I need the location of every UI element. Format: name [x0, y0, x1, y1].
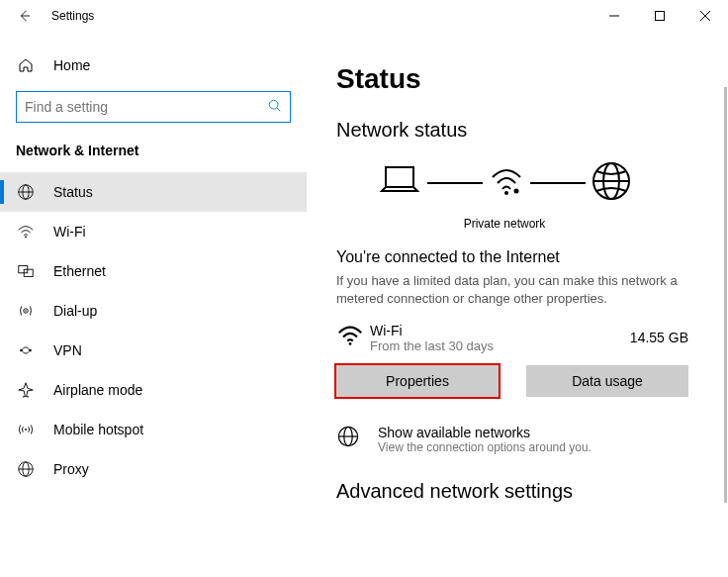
data-usage-button[interactable]: Data usage [526, 365, 688, 397]
svg-point-22 [514, 189, 519, 194]
proxy-icon [16, 460, 36, 478]
sidebar-home[interactable]: Home [0, 49, 307, 81]
wifi-usage-value: 14.55 GB [630, 330, 688, 345]
sidebar-item-vpn[interactable]: VPN [0, 331, 307, 370]
dialup-icon [16, 302, 36, 320]
globe-small-icon [336, 425, 360, 454]
advanced-heading: Advanced network settings [336, 480, 728, 503]
sidebar-item-label: Mobile hotspot [53, 422, 143, 437]
close-button[interactable] [682, 0, 728, 32]
main-content: Status Network status Private network Yo… [307, 32, 728, 577]
minimize-button[interactable] [592, 0, 637, 32]
show-networks-title: Show available networks [378, 425, 592, 440]
svg-point-16 [25, 429, 27, 431]
wifi-name: Wi-Fi [370, 323, 630, 338]
sidebar-item-label: Dial-up [53, 303, 97, 319]
svg-point-9 [25, 237, 27, 239]
search-field[interactable] [25, 99, 268, 115]
scrollbar[interactable] [724, 87, 727, 503]
globe-icon [590, 159, 633, 207]
network-status-heading: Network status [336, 119, 728, 142]
search-icon [268, 99, 282, 116]
ethernet-icon [16, 262, 36, 280]
network-diagram [336, 159, 673, 207]
laptop-icon [376, 161, 423, 205]
vpn-icon [16, 341, 36, 359]
back-icon[interactable] [14, 9, 34, 23]
sidebar-item-label: Airplane mode [53, 382, 142, 398]
sidebar-item-label: Proxy [53, 461, 89, 477]
connector-line [530, 182, 586, 184]
maximize-button[interactable] [637, 0, 682, 32]
wifi-usage-row: Wi-Fi From the last 30 days 14.55 GB [336, 322, 688, 353]
properties-button[interactable]: Properties [336, 365, 499, 397]
sidebar-item-label: Wi-Fi [53, 224, 86, 240]
sidebar-item-hotspot[interactable]: Mobile hotspot [0, 410, 307, 449]
sidebar-item-status[interactable]: Status [0, 172, 307, 212]
svg-point-13 [25, 310, 26, 311]
sidebar: Home Network & Internet Status Wi-Fi Eth… [0, 32, 307, 577]
svg-rect-1 [656, 12, 665, 21]
sidebar-group-header: Network & Internet [0, 143, 307, 172]
sidebar-home-label: Home [53, 57, 90, 73]
wifi-icon [336, 322, 370, 353]
sidebar-item-ethernet[interactable]: Ethernet [0, 251, 307, 291]
sidebar-item-airplane[interactable]: Airplane mode [0, 370, 307, 410]
svg-point-21 [504, 191, 508, 195]
svg-point-26 [349, 342, 352, 345]
show-networks-row[interactable]: Show available networks View the connect… [336, 425, 728, 454]
svg-rect-20 [386, 167, 413, 187]
show-networks-sub: View the connection options around you. [378, 440, 592, 454]
titlebar: Settings [0, 0, 728, 32]
sidebar-item-label: Status [53, 184, 93, 200]
airplane-icon [16, 381, 36, 399]
connected-heading: You're connected to the Internet [336, 248, 728, 266]
wifi-signal-icon [487, 161, 526, 205]
sidebar-item-wifi[interactable]: Wi-Fi [0, 212, 307, 251]
connected-description: If you have a limited data plan, you can… [336, 272, 688, 308]
status-icon [16, 183, 36, 201]
sidebar-item-proxy[interactable]: Proxy [0, 449, 307, 489]
svg-line-5 [277, 107, 281, 111]
home-icon [16, 57, 36, 73]
hotspot-icon [16, 421, 36, 438]
connector-line [427, 182, 483, 184]
page-title: Status [336, 63, 728, 95]
sidebar-item-dialup[interactable]: Dial-up [0, 291, 307, 331]
wifi-icon [16, 223, 36, 240]
search-input[interactable] [16, 91, 291, 123]
window-title: Settings [51, 9, 94, 23]
wifi-period: From the last 30 days [370, 338, 630, 353]
sidebar-item-label: Ethernet [53, 263, 106, 279]
diagram-caption: Private network [336, 217, 673, 231]
sidebar-item-label: VPN [53, 342, 82, 358]
